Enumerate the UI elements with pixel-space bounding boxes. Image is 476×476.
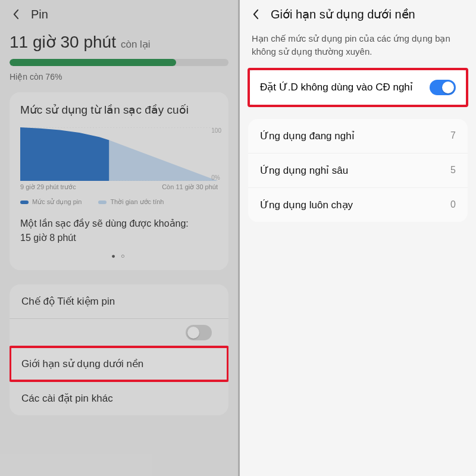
- row-power-saving-label: Chế độ Tiết kiệm pin: [21, 295, 115, 308]
- row-more-label: Các cài đặt pin khác: [21, 392, 113, 405]
- time-remaining-suffix: còn lại: [121, 38, 151, 51]
- axis-max: 100: [211, 127, 221, 134]
- sleep-unused-apps-row[interactable]: Đặt Ứ.D không dùng vào CĐ nghỉ: [248, 69, 468, 106]
- chevron-left-icon: [12, 9, 19, 20]
- description-text: Hạn chế mức sử dụng pin của các ứng dụng…: [240, 29, 476, 69]
- svg-marker-2: [20, 127, 109, 181]
- power-saving-toggle[interactable]: [186, 325, 212, 340]
- bg-limit-screen: Giới hạn sử dụng dưới nền Hạn chế mức sử…: [238, 0, 476, 476]
- time-remaining-value: 11 giờ 30 phút: [10, 32, 116, 52]
- legend-estimate: Thời gian ước tính: [98, 198, 164, 206]
- back-button[interactable]: [8, 7, 23, 21]
- legend-dot-actual: [20, 201, 29, 204]
- page-title: Giới hạn sử dụng dưới nền: [271, 7, 415, 21]
- time-remaining-row: 11 giờ 30 phút còn lại: [10, 32, 228, 52]
- chevron-left-icon: [252, 9, 259, 20]
- axis-min: 0%: [211, 174, 221, 181]
- battery-usage-chart: 100 0%: [20, 127, 218, 181]
- battery-percent-text: Hiện còn 76%: [10, 72, 228, 82]
- header: Pin: [0, 0, 238, 29]
- row-never-sleeping-apps[interactable]: Ứng dụng luôn chạy 0: [248, 187, 468, 222]
- chart-time-labels: 9 giờ 29 phút trước Còn 11 giờ 30 phút: [20, 183, 218, 191]
- row-deep-sleeping-apps[interactable]: Ứng dụng nghỉ sâu 5: [248, 153, 468, 187]
- legend-actual: Mức sử dụng pin: [20, 198, 82, 206]
- battery-screen: Pin 11 giờ 30 phút còn lại Hiện còn 76% …: [0, 0, 238, 476]
- battery-progress-fill: [10, 59, 176, 66]
- chart-left-label: 9 giờ 29 phút trước: [20, 183, 76, 191]
- chart-axis-labels: 100 0%: [211, 127, 221, 181]
- svg-marker-3: [109, 140, 218, 181]
- row-sleeping-apps[interactable]: Ứng dụng đang nghỉ 7: [248, 119, 468, 153]
- usage-card[interactable]: Mức sử dụng từ lần sạc đầy cuối 100 0% 9…: [10, 92, 228, 270]
- battery-progress-bar: [10, 59, 228, 66]
- chart-legend: Mức sử dụng pin Thời gian ước tính: [20, 198, 218, 206]
- back-button[interactable]: [248, 7, 262, 21]
- row-bg-limit[interactable]: Giới hạn sử dụng dưới nền: [10, 346, 228, 381]
- chart-right-label: Còn 11 giờ 30 phút: [162, 183, 218, 191]
- sleep-unused-apps-toggle[interactable]: [430, 80, 456, 95]
- app-state-list: Ứng dụng đang nghỉ 7 Ứng dụng nghỉ sâu 5…: [248, 119, 468, 222]
- row-power-saving[interactable]: Chế độ Tiết kiệm pin: [10, 284, 228, 318]
- sleep-unused-apps-label: Đặt Ứ.D không dùng vào CĐ nghỉ: [260, 81, 413, 93]
- page-title: Pin: [31, 8, 48, 21]
- page-indicator: ● ○: [20, 252, 218, 259]
- row-more-settings[interactable]: Các cài đặt pin khác: [10, 381, 228, 415]
- row-bg-limit-label: Giới hạn sử dụng dưới nền: [21, 358, 143, 370]
- content: 11 giờ 30 phút còn lại Hiện còn 76% Mức …: [0, 29, 238, 284]
- usage-card-title: Mức sử dụng từ lần sạc đầy cuối: [20, 103, 218, 117]
- settings-list: Chế độ Tiết kiệm pin Giới hạn sử dụng dư…: [10, 284, 228, 415]
- header: Giới hạn sử dụng dưới nền: [240, 0, 476, 29]
- legend-dot-estimate: [98, 201, 107, 204]
- full-charge-estimate: Một lần sạc đầy sẽ dùng được khoảng: 15 …: [20, 217, 218, 245]
